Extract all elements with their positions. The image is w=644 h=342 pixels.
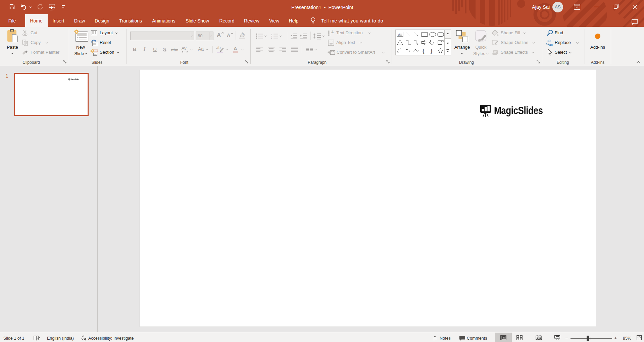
svg-text:A: A <box>242 32 244 36</box>
svg-text:}: } <box>431 48 433 54</box>
svg-text:{: { <box>423 48 425 54</box>
svg-text:ac: ac <box>549 43 553 47</box>
svg-text:3: 3 <box>271 37 272 39</box>
svg-text:ab: ab <box>547 39 551 43</box>
svg-text:A: A <box>331 30 334 34</box>
